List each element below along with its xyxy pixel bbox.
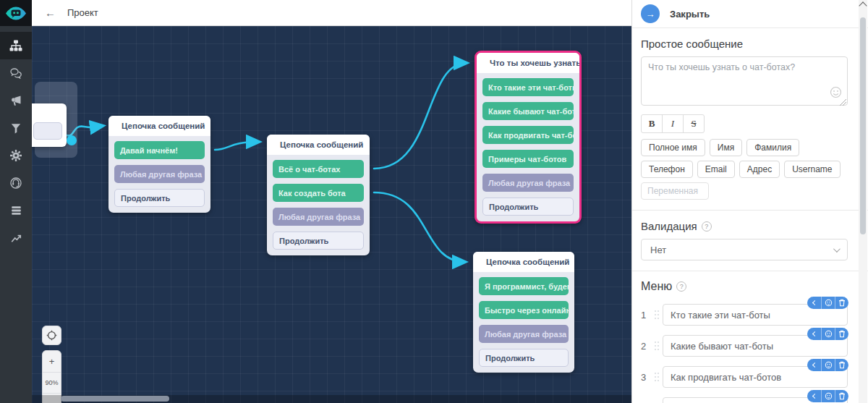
sidebar-item-settings[interactable] (0, 142, 32, 169)
drag-handle-icon[interactable] (655, 310, 656, 312)
node-button[interactable]: Я программист, будем ко... (479, 277, 569, 295)
sidebar-item-broadcast[interactable] (0, 87, 32, 114)
menu-title: Меню (641, 280, 672, 293)
node-header[interactable]: Цепочка сообщений (473, 252, 574, 272)
textarea-resize-handle[interactable] (840, 99, 846, 106)
help-icon[interactable]: ? (702, 221, 712, 232)
scroll-up-icon[interactable] (859, 1, 867, 9)
close-panel-label[interactable]: Закрыть (670, 9, 710, 20)
node-button[interactable]: Давай начнём! (114, 141, 205, 159)
node-header[interactable]: Что ты хочешь узнать о ... (477, 53, 579, 73)
scrollbar-thumb[interactable] (61, 396, 169, 402)
emoji-button[interactable] (821, 328, 835, 340)
back-icon[interactable]: ← (45, 7, 56, 19)
menu-item-actions (807, 359, 848, 371)
node-button[interactable]: Любая другая фраза (273, 208, 364, 226)
field-lastname-button[interactable]: Фамилия (746, 139, 799, 156)
sidebar-item-support[interactable] (0, 169, 32, 197)
smiley-icon (825, 361, 833, 369)
drag-handle-icon[interactable] (655, 342, 656, 343)
bold-button[interactable]: B (641, 114, 663, 133)
emoji-button[interactable] (821, 390, 835, 402)
help-icon[interactable]: ? (676, 281, 686, 292)
field-email-button[interactable]: Email (697, 161, 735, 178)
validation-select[interactable]: Нет (641, 239, 848, 260)
crosshair-icon (46, 330, 57, 341)
flow-canvas[interactable]: Цепочка сообщений Давай начнём! Любая др… (32, 26, 631, 403)
field-phone-button[interactable]: Телефон (641, 161, 693, 178)
drag-handle-icon[interactable] (655, 373, 656, 374)
node-button[interactable]: Как продвигать чат-ботов (482, 126, 574, 144)
field-fullname-button[interactable]: Полное имя (641, 139, 705, 156)
message-textarea[interactable]: Что ты хочешь узнать о чат-ботах? (641, 56, 848, 106)
field-buttons: Полное имя Имя Фамилия Телефон Email Адр… (641, 139, 848, 200)
collapse-button[interactable] (807, 297, 821, 309)
smiley-icon (825, 299, 833, 307)
chats-icon (9, 67, 22, 80)
menu-item-row: 3 (641, 366, 848, 388)
node-button[interactable]: Кто такие эти чат-боты (482, 78, 574, 96)
topbar: ← Проект (32, 0, 631, 26)
node-header[interactable]: Цепочка сообщений (109, 116, 210, 136)
node-button[interactable]: Как создать бота (273, 184, 364, 202)
variable-input[interactable] (641, 182, 709, 200)
node-button[interactable]: Продолжить (479, 349, 569, 367)
node-button[interactable]: Продолжить (273, 232, 364, 250)
menu-item-actions (807, 328, 848, 340)
node-button[interactable]: Продолжить (114, 189, 205, 207)
sidebar-item-filter[interactable] (0, 114, 32, 142)
node-message-selected[interactable]: Что ты хочешь узнать о ... Кто такие эти… (475, 51, 582, 224)
validation-value: Нет (650, 245, 833, 255)
node-button[interactable]: Продолжить (482, 198, 574, 216)
menu-item-number: 1 (641, 310, 652, 321)
panel-scrollbar[interactable] (859, 0, 867, 403)
field-username-button[interactable]: Username (784, 161, 840, 178)
trash-icon (838, 330, 846, 338)
collapse-button[interactable] (807, 359, 821, 371)
node-button[interactable]: Быстро через онлайн-ко... (479, 301, 569, 319)
panel-close-row: → Закрыть (632, 0, 868, 27)
field-firstname-button[interactable]: Имя (710, 139, 742, 156)
field-address-button[interactable]: Адрес (739, 161, 780, 178)
node-start-partial[interactable] (32, 103, 67, 147)
node-button[interactable] (33, 122, 62, 140)
project-title[interactable]: Проект (67, 7, 98, 18)
sidebar-item-flow[interactable] (0, 32, 32, 59)
arrow-right-icon: → (646, 9, 655, 20)
list-icon (10, 205, 22, 216)
delete-button[interactable] (835, 328, 848, 340)
center-view-button[interactable] (42, 326, 61, 345)
delete-button[interactable] (835, 297, 848, 309)
canvas-horizontal-scrollbar[interactable] (32, 395, 631, 403)
node-button[interactable]: Любая другая фраза (114, 165, 205, 183)
node-button[interactable]: Любая другая фраза (482, 174, 574, 192)
node-button[interactable]: Какие бывают чат-боты (482, 102, 574, 120)
connector-dot[interactable] (67, 135, 77, 145)
collapse-button[interactable] (807, 328, 821, 340)
node-header[interactable]: Цепочка сообщений (267, 135, 370, 155)
menu-item-row: 2 (641, 335, 848, 357)
strikethrough-button[interactable]: S (683, 114, 705, 133)
divider (632, 271, 868, 271)
emoji-button[interactable] (821, 359, 835, 371)
node-button[interactable]: Любая другая фраза (479, 325, 569, 343)
node-button[interactable]: Примеры чат-ботов (482, 150, 574, 168)
trash-icon (838, 392, 846, 400)
delete-button[interactable] (835, 390, 848, 402)
format-toolbar: B I S (641, 114, 848, 133)
collapse-button[interactable] (807, 390, 821, 402)
scrollbar-thumb[interactable] (860, 17, 866, 234)
sidebar-item-chats[interactable] (0, 59, 32, 87)
app-logo[interactable] (0, 0, 32, 26)
close-panel-button[interactable]: → (641, 4, 660, 23)
delete-button[interactable] (835, 359, 848, 371)
zoom-in-button[interactable]: + (43, 351, 61, 372)
node-chain-3[interactable]: Цепочка сообщений Я программист, будем к… (473, 252, 574, 373)
emoji-button[interactable] (821, 297, 835, 309)
node-button[interactable]: Всё о чат-ботах (273, 160, 364, 178)
italic-button[interactable]: I (662, 114, 684, 133)
sidebar-item-stats[interactable] (0, 224, 32, 252)
node-chain-1[interactable]: Цепочка сообщений Давай начнём! Любая др… (109, 116, 210, 213)
node-chain-2[interactable]: Цепочка сообщений Всё о чат-ботах Как со… (267, 135, 370, 255)
sidebar-item-lists[interactable] (0, 197, 32, 224)
